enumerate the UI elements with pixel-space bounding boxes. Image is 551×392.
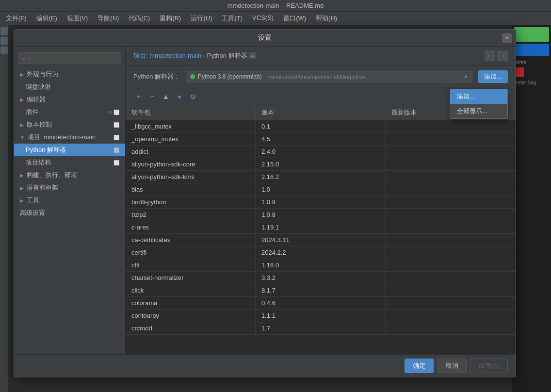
package-name: c-ares xyxy=(126,221,256,233)
cancel-button-footer[interactable]: 取消 xyxy=(438,359,467,373)
dialog-body: ⌕ ▶ 外观与行为 键盘映射 ▶ 编辑器 插件 ⟲ ⬜ ▶ 版本控制 xyxy=(14,47,516,354)
package-name: bzip2 xyxy=(126,209,256,221)
content-header: 项目: mmdetection-main › Python 解释器 ≡ ← → xyxy=(126,47,516,65)
nav-item-appearance[interactable]: ▶ 外观与行为 xyxy=(14,68,125,81)
menu-item[interactable]: 代码(C) xyxy=(127,13,152,24)
settings-package-button[interactable]: ⊙ xyxy=(188,91,198,102)
plugin-icons: ⟲ ⬜ xyxy=(108,110,119,115)
menu-item[interactable]: 视图(V) xyxy=(65,13,90,24)
confirm-button[interactable]: 确定 xyxy=(405,359,434,373)
menu-item[interactable]: 编辑(E) xyxy=(34,13,59,24)
nav-item-tools[interactable]: ▶ 工具 xyxy=(14,194,125,207)
close-button[interactable]: × xyxy=(502,33,512,43)
back-button[interactable]: ← xyxy=(485,50,495,61)
nav-item-vcs[interactable]: ▶ 版本控制 ⬜ xyxy=(14,118,125,131)
table-body: _libgcc_mutex 0.1 _openmp_mutex 4.5 addi… xyxy=(126,120,516,335)
menu-item[interactable]: 重构(R) xyxy=(158,13,183,24)
package-latest xyxy=(386,209,516,221)
breadcrumb-arrow-icon: › xyxy=(203,53,205,59)
package-latest xyxy=(386,171,516,183)
table-row[interactable]: charset-normalizer 3.3.2 xyxy=(126,272,516,284)
expand-arrow-icon: ▶ xyxy=(20,72,24,77)
package-name: brotli-python xyxy=(126,196,256,208)
refresh-package-button[interactable]: ● xyxy=(174,91,185,102)
table-row[interactable]: bzip2 1.0.8 xyxy=(126,209,516,221)
ide-toolbar-icon-2 xyxy=(0,37,8,45)
package-latest xyxy=(386,133,516,145)
expand-arrow-icon-4: ▼ xyxy=(20,135,25,140)
dropdown-item-add[interactable]: 添加... xyxy=(450,89,507,104)
interpreter-icon: ⬜ xyxy=(113,147,119,153)
remove-package-button[interactable]: − xyxy=(147,91,158,102)
nav-item-language[interactable]: ▶ 语言和框架 xyxy=(14,181,125,194)
expand-arrow-icon-7: ▶ xyxy=(20,198,24,203)
package-version: 2.16.2 xyxy=(256,171,386,183)
package-name: charset-normalizer xyxy=(126,272,256,284)
table-row[interactable]: aliyun-python-sdk-core 2.15.0 xyxy=(126,158,516,171)
project-icon: ⬜ xyxy=(113,135,119,140)
add-dropdown-popup: 添加... 全部显示... xyxy=(450,89,508,119)
expand-arrow-icon-6: ▶ xyxy=(20,185,24,191)
chevron-down-icon: ▼ xyxy=(463,74,468,80)
forward-button[interactable]: → xyxy=(497,50,508,61)
table-row[interactable]: brotli-python 1.0.9 xyxy=(126,196,516,209)
package-version: 1.16.0 xyxy=(256,259,386,271)
menu-item[interactable]: 帮助(H) xyxy=(314,13,339,24)
package-version: 1.0.8 xyxy=(256,209,386,221)
menu-item[interactable]: 文件(F) xyxy=(4,13,29,24)
table-row[interactable]: addict 2.4.0 xyxy=(126,146,516,158)
table-row[interactable]: aliyun-python-sdk-kms 2.16.2 xyxy=(126,171,516,183)
table-row[interactable]: contourpy 1.1.1 xyxy=(126,310,516,322)
package-name: _openmp_mutex xyxy=(126,133,256,145)
package-latest xyxy=(386,221,516,233)
table-row[interactable]: cffi 1.16.0 xyxy=(126,259,516,272)
package-version: 1.19.1 xyxy=(256,221,386,233)
breadcrumb-settings-icon: ≡ xyxy=(249,52,256,59)
add-package-button[interactable]: + xyxy=(133,91,144,102)
csdn-refer-label: Refer Seg xyxy=(512,79,551,86)
package-name: cffi xyxy=(126,259,256,271)
col-header-name: 软件包 xyxy=(126,105,256,120)
menu-bar: 文件(F)编辑(E)视图(V)导航(N)代码(C)重构(R)运行(U)工具(T)… xyxy=(0,12,551,26)
interpreter-select[interactable]: Python 3.8 (openmmlab) ~/anaconda3/envs/… xyxy=(186,71,472,82)
search-input[interactable] xyxy=(28,55,117,62)
nav-item-build[interactable]: ▶ 构建、执行、部署 xyxy=(14,169,125,181)
nav-item-plugins[interactable]: 插件 ⟲ ⬜ xyxy=(14,106,125,118)
dialog-footer: 确定 取消 应用(A) xyxy=(14,354,516,377)
table-row[interactable]: certifi 2024.2.2 xyxy=(126,246,516,259)
package-version: 2024.3.11 xyxy=(256,234,386,246)
package-latest xyxy=(386,120,516,132)
table-row[interactable]: crcmod 1.7 xyxy=(126,322,516,335)
table-row[interactable]: _libgcc_mutex 0.1 xyxy=(126,120,516,133)
table-row[interactable]: ca-certificates 2024.3.11 xyxy=(126,234,516,246)
nav-item-advanced[interactable]: 高级设置 xyxy=(14,207,125,219)
nav-item-project-structure[interactable]: 项目结构 ⬜ xyxy=(14,156,125,169)
nav-item-keyboard[interactable]: 键盘映射 xyxy=(14,81,125,93)
menu-item[interactable]: 工具(T) xyxy=(220,13,244,24)
table-row[interactable]: blas 1.0 xyxy=(126,183,516,196)
package-version: 8.1.7 xyxy=(256,284,386,296)
table-row[interactable]: _openmp_mutex 4.5 xyxy=(126,133,516,146)
menu-item[interactable]: 运行(U) xyxy=(189,13,214,24)
dropdown-item-show-all[interactable]: 全部显示... xyxy=(450,104,507,118)
package-latest xyxy=(386,158,516,170)
left-nav-panel: ⌕ ▶ 外观与行为 键盘映射 ▶ 编辑器 插件 ⟲ ⬜ ▶ 版本控制 xyxy=(14,47,126,354)
nav-item-python-interpreter[interactable]: Python 解释器 ⬜ xyxy=(14,144,125,156)
table-row[interactable]: click 8.1.7 xyxy=(126,284,516,297)
table-row[interactable]: c-ares 1.19.1 xyxy=(126,221,516,234)
dialog-title-bar: 设置 × xyxy=(14,30,516,47)
nav-item-project[interactable]: ▼ 项目: mmdetection-main ⬜ xyxy=(14,131,125,144)
window-title: mmdetection-main – README.md xyxy=(227,2,324,9)
apply-button[interactable]: 应用(A) xyxy=(470,359,508,373)
nav-item-editor[interactable]: ▶ 编辑器 xyxy=(14,93,125,106)
package-version: 1.0 xyxy=(256,183,386,196)
menu-item[interactable]: 导航(N) xyxy=(96,13,121,24)
table-row[interactable]: colorama 0.4.6 xyxy=(126,297,516,310)
menu-item[interactable]: 窗口(W) xyxy=(281,13,308,24)
package-name: aliyun-python-sdk-kms xyxy=(126,171,256,183)
search-box[interactable]: ⌕ xyxy=(18,52,121,64)
up-package-button[interactable]: ▲ xyxy=(161,91,171,102)
menu-item[interactable]: VCS(S) xyxy=(250,13,276,24)
add-interpreter-button[interactable]: 添加... xyxy=(478,70,508,83)
right-content-panel: 项目: mmdetection-main › Python 解释器 ≡ ← → … xyxy=(126,47,516,354)
